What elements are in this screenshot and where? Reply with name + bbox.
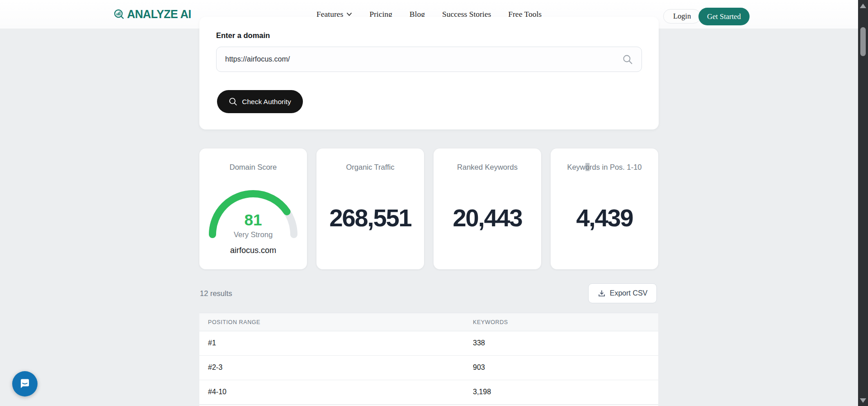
scrollbar-down-arrow[interactable] xyxy=(860,398,866,403)
metric-value: 20,443 xyxy=(434,205,541,230)
cell-keywords: 3,198 xyxy=(473,388,491,396)
metric-value: 268,551 xyxy=(316,205,424,230)
metric-label: Domain Score xyxy=(199,163,307,172)
cell-position-range: #4-10 xyxy=(208,388,226,396)
metric-label-part: rds in Pos. 1-10 xyxy=(590,163,642,171)
domain-input-wrap xyxy=(216,47,642,72)
chevron-down-icon xyxy=(346,12,352,16)
domain-score-value: 81 xyxy=(199,212,307,228)
table-row[interactable]: #2-3 903 xyxy=(199,356,658,380)
table-row[interactable]: #4-10 3,198 xyxy=(199,380,658,405)
column-header-keywords: KEYWORDS xyxy=(473,319,508,325)
check-authority-label: Check Authority xyxy=(242,98,291,106)
domain-search-card: Enter a domain Check Authority xyxy=(199,17,659,129)
search-icon xyxy=(623,54,633,65)
check-authority-button[interactable]: Check Authority xyxy=(217,90,303,113)
domain-input[interactable] xyxy=(216,47,642,72)
metric-card-organic-traffic: Organic Traffic 268,551 xyxy=(316,148,424,269)
metric-label-part: Keyw xyxy=(567,163,585,171)
column-header-position-range: POSITION RANGE xyxy=(208,319,260,325)
metric-label: Ranked Keywords xyxy=(434,163,541,172)
get-started-button[interactable]: Get Started xyxy=(698,8,750,25)
download-icon xyxy=(598,289,606,297)
chat-widget-button[interactable] xyxy=(12,371,38,396)
metric-value: 4,439 xyxy=(551,205,658,230)
domain-score-rating: Very Strong xyxy=(199,230,307,239)
export-csv-button[interactable]: Export CSV xyxy=(588,283,657,303)
results-count: 12 results xyxy=(200,289,232,298)
cell-keywords: 338 xyxy=(473,339,485,347)
magnifier-chart-icon xyxy=(113,9,125,20)
metric-card-ranked-keywords: Ranked Keywords 20,443 xyxy=(434,148,541,269)
metric-label: Keywords in Pos. 1-10 xyxy=(551,163,658,172)
position-range-table: POSITION RANGE KEYWORDS #1 338 #2-3 903 … xyxy=(199,313,658,405)
domain-input-label: Enter a domain xyxy=(216,31,270,40)
scrollbar[interactable] xyxy=(858,0,868,406)
search-icon xyxy=(229,97,237,106)
scrollbar-thumb[interactable] xyxy=(860,27,866,56)
login-button[interactable]: Login xyxy=(663,9,701,24)
logo-text: ANALYZE AI xyxy=(127,8,191,21)
metric-label-selection-highlight: o xyxy=(585,163,590,171)
cell-position-range: #2-3 xyxy=(208,363,222,372)
metric-card-domain-score: Domain Score 81 Very Strong airfocus.com xyxy=(199,148,307,269)
table-row[interactable]: #1 338 xyxy=(199,331,658,356)
scrollbar-up-arrow[interactable] xyxy=(860,4,866,8)
cell-position-range: #1 xyxy=(208,339,216,347)
logo[interactable]: ANALYZE AI xyxy=(113,0,191,29)
chat-bubble-icon xyxy=(18,377,32,391)
domain-score-domain: airfocus.com xyxy=(199,246,307,255)
cell-keywords: 903 xyxy=(473,363,485,372)
export-csv-label: Export CSV xyxy=(610,289,648,297)
metric-card-keywords-pos-1-10: Keywords in Pos. 1-10 4,439 xyxy=(551,148,658,269)
table-header-row: POSITION RANGE KEYWORDS xyxy=(199,313,658,331)
metric-label: Organic Traffic xyxy=(316,163,424,172)
